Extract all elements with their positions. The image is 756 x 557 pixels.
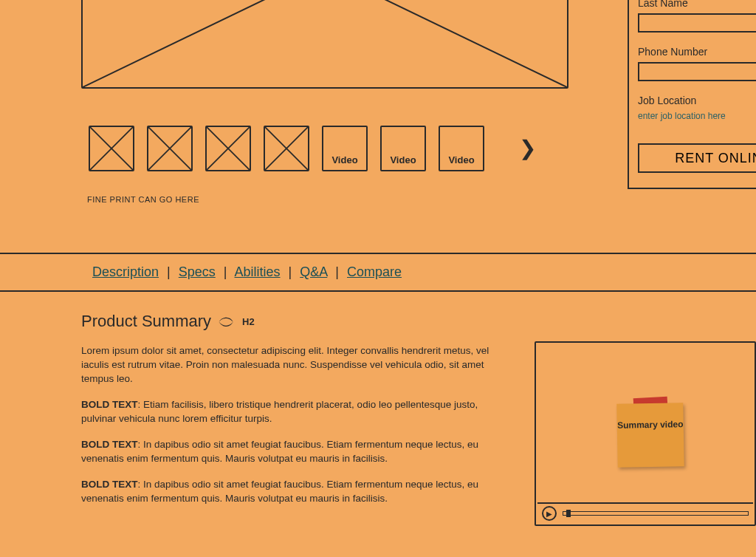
svg-line-0 <box>83 0 567 87</box>
tab-separator: | <box>167 264 171 279</box>
sticky-note: Summary video <box>616 403 684 468</box>
hero-image <box>81 0 568 89</box>
bullet-body: : In dapibus odio sit amet feugiat fauci… <box>81 439 478 464</box>
tab-specs[interactable]: Specs <box>179 264 216 279</box>
bullet-body: : Etiam facilisis, libero tristique hend… <box>81 399 478 424</box>
tab-compare[interactable]: Compare <box>347 264 402 279</box>
tab-separator: | <box>224 264 227 279</box>
tabs: Description | Specs | Abilities | Q&A | … <box>22 254 756 290</box>
sticky-note-label: Summary video <box>617 419 684 431</box>
phone-input[interactable] <box>638 62 756 81</box>
thumbnail-image[interactable] <box>147 126 193 171</box>
summary-video-column: Summary video ▶ <box>535 312 756 526</box>
tab-qna[interactable]: Q&A <box>300 264 327 279</box>
thumbnail-image[interactable] <box>264 126 309 171</box>
summary-bullet: BOLD TEXT: In dapibus odio sit amet feug… <box>81 478 495 506</box>
fine-print: FINE PRINT CAN GO HERE <box>87 195 199 204</box>
job-location-hint: enter job location here <box>638 111 756 121</box>
last-name-label: Last Name <box>638 0 756 9</box>
rental-form: Last Name Phone Number Job Location ente… <box>628 0 756 189</box>
video-scrubber[interactable] <box>563 511 749 516</box>
thumbnail-label: Video <box>448 154 474 165</box>
heading-level-tag: H2 <box>242 316 255 327</box>
rent-online-button[interactable]: RENT ONLINE <box>638 143 756 173</box>
phone-label: Phone Number <box>638 46 756 58</box>
chevron-right-icon[interactable]: ❯ <box>519 138 536 159</box>
video-controls: ▶ <box>537 502 753 523</box>
tab-separator: | <box>335 264 339 279</box>
summary-video[interactable]: Summary video ▶ <box>535 341 756 526</box>
summary-heading: Product Summary <box>81 312 211 331</box>
summary-bullet: BOLD TEXT: In dapibus odio sit amet feug… <box>81 438 495 466</box>
tab-abilities[interactable]: Abilities <box>235 264 281 279</box>
summary-bullet: BOLD TEXT: Etiam facilisis, libero trist… <box>81 398 495 426</box>
divider <box>0 290 756 292</box>
bullet-body: : In dapibus odio sit amet feugiat fauci… <box>81 479 478 504</box>
summary-intro: Lorem ipsum dolor sit amet, consectetur … <box>81 344 495 386</box>
squiggle-icon: ︵︶ <box>219 312 235 331</box>
tab-separator: | <box>289 264 292 279</box>
thumbnail-image[interactable] <box>205 126 251 171</box>
bullet-lead: BOLD TEXT <box>81 439 138 450</box>
bullet-lead: BOLD TEXT <box>81 399 138 410</box>
content-area: Product Summary ︵︶ H2 Lorem ipsum dolor … <box>22 294 756 526</box>
thumbnail-video[interactable]: Video <box>439 126 484 171</box>
thumbnail-video[interactable]: Video <box>322 126 368 171</box>
summary-text-column: Product Summary ︵︶ H2 Lorem ipsum dolor … <box>81 312 505 526</box>
bullet-lead: BOLD TEXT <box>81 479 138 490</box>
thumbnail-strip: Video Video Video ❯ <box>89 126 536 171</box>
thumbnail-video[interactable]: Video <box>380 126 426 171</box>
play-icon[interactable]: ▶ <box>542 506 557 521</box>
thumbnail-image[interactable] <box>89 126 134 171</box>
last-name-input[interactable] <box>638 13 756 33</box>
svg-line-1 <box>83 0 567 87</box>
tab-description[interactable]: Description <box>92 264 159 279</box>
thumbnail-label: Video <box>390 154 416 165</box>
job-location-label: Job Location <box>638 95 756 106</box>
tab-region: Description | Specs | Abilities | Q&A | … <box>22 253 756 292</box>
thumbnail-label: Video <box>331 154 357 165</box>
